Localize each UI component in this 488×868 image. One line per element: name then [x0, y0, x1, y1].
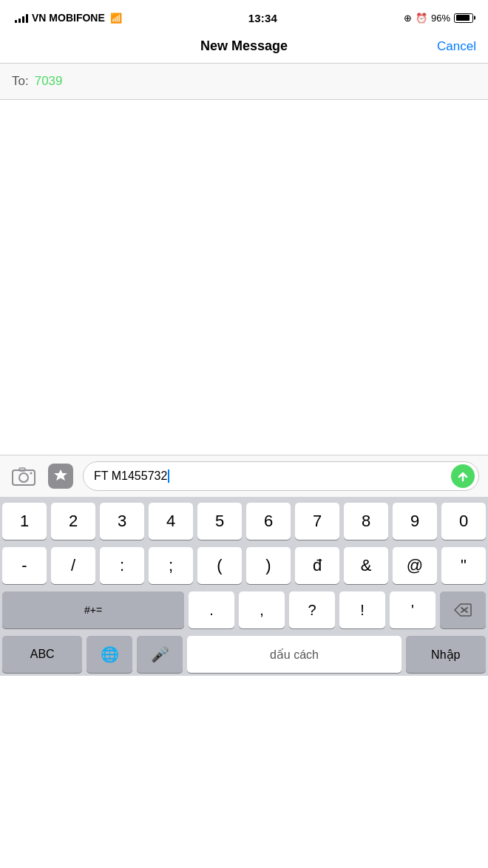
status-bar: VN MOBIFONE 📶 13:34 ⊕ ⏰ 96%: [0, 0, 488, 33]
key-slash[interactable]: /: [51, 547, 95, 584]
recipient-number: 7039: [35, 74, 63, 89]
clock-icon: ⏰: [416, 13, 427, 24]
key-d-stroke[interactable]: đ: [295, 547, 339, 584]
key-9[interactable]: 9: [393, 503, 437, 540]
send-button[interactable]: [451, 464, 475, 488]
signal-bars-icon: [15, 13, 28, 23]
key-colon[interactable]: :: [100, 547, 144, 584]
key-period[interactable]: .: [189, 591, 234, 628]
alarm-icon: ⊕: [404, 13, 412, 24]
key-semicolon[interactable]: ;: [149, 547, 193, 584]
key-comma[interactable]: ,: [239, 591, 285, 628]
status-right: ⊕ ⏰ 96%: [404, 13, 473, 24]
key-5[interactable]: 5: [197, 503, 242, 540]
key-hashplus[interactable]: #+=: [2, 591, 184, 628]
key-at[interactable]: @: [393, 547, 437, 584]
key-close-paren[interactable]: ): [246, 547, 291, 584]
key-globe[interactable]: 🌐: [87, 636, 132, 673]
bottom-toolbar: FT M1455732: [0, 455, 488, 497]
key-enter[interactable]: Nhập: [406, 636, 486, 673]
cancel-button[interactable]: Cancel: [424, 39, 476, 54]
key-1[interactable]: 1: [2, 503, 47, 540]
keyboard-row-symbols: - / : ; ( ) đ & @ ": [2, 547, 486, 584]
key-8[interactable]: 8: [344, 503, 388, 540]
to-field[interactable]: To: 7039: [0, 64, 488, 100]
key-exclaim[interactable]: !: [339, 591, 385, 628]
svg-point-3: [30, 472, 33, 475]
wifi-icon: 📶: [110, 13, 122, 24]
status-time: 13:34: [248, 12, 277, 24]
key-quote[interactable]: ": [441, 547, 486, 584]
key-space[interactable]: dấu cách: [187, 636, 401, 673]
keyboard-row-mixed: #+= . , ? ! ': [2, 591, 486, 628]
keyboard: 1 2 3 4 5 6 7 8 9 0 - / : ; ( ) đ & @ " …: [0, 497, 488, 676]
keyboard-row-numbers: 1 2 3 4 5 6 7 8 9 0: [2, 503, 486, 540]
key-abc[interactable]: ABC: [2, 636, 82, 673]
key-3[interactable]: 3: [100, 503, 144, 540]
key-7[interactable]: 7: [295, 503, 339, 540]
page-title: New Message: [64, 38, 424, 54]
key-ampersand[interactable]: &: [344, 547, 388, 584]
key-apostrophe[interactable]: ': [390, 591, 436, 628]
appstore-button[interactable]: [46, 461, 75, 491]
key-0[interactable]: 0: [441, 503, 486, 540]
key-minus[interactable]: -: [2, 547, 47, 584]
key-4[interactable]: 4: [149, 503, 193, 540]
to-label: To:: [12, 74, 29, 89]
message-input[interactable]: FT M1455732: [83, 461, 479, 491]
key-6[interactable]: 6: [246, 503, 291, 540]
delete-key[interactable]: [440, 591, 486, 628]
key-mic[interactable]: 🎤: [137, 636, 183, 673]
key-question[interactable]: ?: [289, 591, 335, 628]
message-area[interactable]: [0, 100, 488, 455]
svg-point-1: [19, 473, 28, 482]
battery-icon: [454, 13, 473, 23]
key-open-paren[interactable]: (: [197, 547, 242, 584]
message-text: FT M1455732: [94, 469, 446, 484]
carrier-label: VN MOBIFONE: [32, 12, 105, 24]
key-2[interactable]: 2: [51, 503, 95, 540]
nav-bar: New Message Cancel: [0, 33, 488, 64]
camera-button[interactable]: [9, 461, 38, 491]
battery-percent: 96%: [431, 13, 450, 24]
keyboard-row-bottom: ABC 🌐 🎤 dấu cách Nhập: [2, 636, 486, 673]
status-left: VN MOBIFONE 📶: [15, 12, 122, 24]
